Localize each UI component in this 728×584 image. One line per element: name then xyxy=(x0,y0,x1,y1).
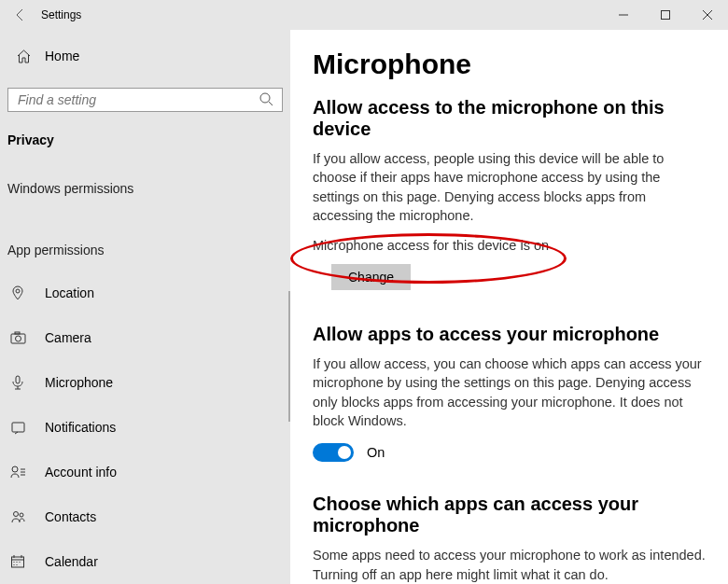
sidebar-item-account-info[interactable]: Account info xyxy=(0,450,290,494)
section2-heading: Allow apps to access your microphone xyxy=(313,324,706,345)
minimize-button[interactable] xyxy=(602,0,644,30)
sidebar-item-notifications[interactable]: Notifications xyxy=(0,405,290,450)
section2-desc: If you allow access, you can choose whic… xyxy=(313,355,706,430)
nav-home-label: Home xyxy=(45,49,79,63)
section3-desc: Some apps need to access your microphone… xyxy=(313,546,706,584)
search-icon xyxy=(259,92,274,107)
sidebar-item-label: Contacts xyxy=(45,509,96,524)
mic-access-status: Microphone access for this device is on xyxy=(313,238,706,253)
sidebar-item-microphone[interactable]: Microphone xyxy=(0,360,290,405)
privacy-header: Privacy xyxy=(0,112,290,153)
close-button[interactable] xyxy=(686,0,728,30)
titlebar: Settings xyxy=(0,0,728,30)
sidebar-item-location[interactable]: Location xyxy=(0,271,290,315)
svg-rect-6 xyxy=(16,376,20,383)
sidebar-item-camera[interactable]: Camera xyxy=(0,315,290,360)
sidebar-item-label: Location xyxy=(45,285,94,300)
maximize-button[interactable] xyxy=(644,0,686,30)
svg-point-4 xyxy=(15,336,21,341)
toggle-label: On xyxy=(367,445,385,460)
page-title: Microphone xyxy=(313,49,706,80)
windows-permissions-header[interactable]: Windows permissions xyxy=(0,153,290,205)
sidebar-item-label: Notifications xyxy=(45,420,116,435)
sidebar-item-label: Camera xyxy=(45,330,91,345)
notifications-icon xyxy=(9,419,26,436)
home-icon xyxy=(15,48,32,64)
microphone-icon xyxy=(9,374,26,391)
search-input[interactable] xyxy=(7,88,283,112)
svg-rect-7 xyxy=(12,423,24,432)
contacts-icon xyxy=(9,508,26,525)
section3-heading: Choose which apps can access your microp… xyxy=(313,494,706,536)
change-button[interactable]: Change xyxy=(331,264,411,290)
app-permissions-header: App permissions xyxy=(0,205,290,271)
calendar-icon xyxy=(9,553,26,570)
apps-access-toggle[interactable] xyxy=(313,443,354,462)
svg-point-10 xyxy=(20,513,23,517)
svg-rect-11 xyxy=(12,557,24,567)
sidebar-item-label: Calendar xyxy=(45,554,98,569)
content-pane: Microphone Allow access to the microphon… xyxy=(290,30,728,584)
svg-point-1 xyxy=(260,93,270,103)
location-icon xyxy=(9,285,26,301)
sidebar: Home Privacy Windows permissions App per… xyxy=(0,30,290,584)
section1-desc: If you allow access, people using this d… xyxy=(313,149,706,225)
account-icon xyxy=(9,464,26,480)
svg-point-9 xyxy=(13,511,18,516)
sidebar-item-contacts[interactable]: Contacts xyxy=(0,494,290,539)
search-field[interactable] xyxy=(18,92,259,107)
section1-heading: Allow access to the microphone on this d… xyxy=(313,97,706,140)
sidebar-item-label: Microphone xyxy=(45,375,113,390)
back-button[interactable] xyxy=(7,0,34,30)
svg-point-2 xyxy=(16,289,20,293)
camera-icon xyxy=(9,329,26,346)
nav-home[interactable]: Home xyxy=(7,37,283,75)
window-title: Settings xyxy=(41,8,602,21)
sidebar-item-calendar[interactable]: Calendar xyxy=(0,539,290,584)
sidebar-item-label: Account info xyxy=(45,465,117,480)
svg-point-8 xyxy=(12,466,18,472)
svg-rect-5 xyxy=(15,332,20,334)
svg-rect-0 xyxy=(661,11,669,20)
